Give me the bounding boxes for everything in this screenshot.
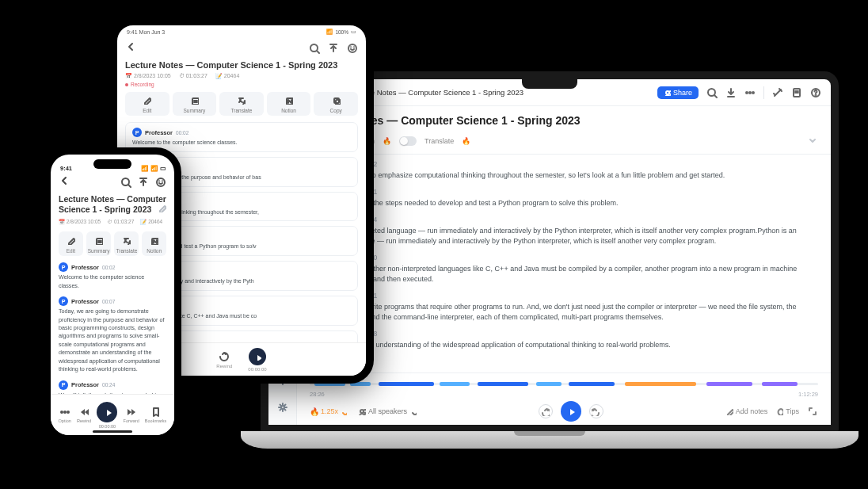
battery-icon: ▭	[351, 29, 356, 35]
tool-summary[interactable]: Summary	[86, 231, 112, 256]
option-button[interactable]: Option	[59, 407, 71, 423]
phone-device: 9:41 📶 📶 ▭ Lecture Notes — Computer Scie…	[44, 147, 181, 442]
speaker-name: Professor	[71, 298, 99, 305]
fire-icon: 🔥	[462, 137, 470, 145]
transcript-segment[interactable]: P Professor 00:07 Today, we are going to…	[59, 296, 166, 374]
back-button[interactable]	[125, 41, 136, 55]
breadcrumb-leaf[interactable]: Lecture Notes — Computer Science 1 - Spr…	[349, 88, 523, 97]
phone-title: Lecture Notes — Computer Science 1 - Spr…	[59, 194, 166, 215]
summary-icon	[94, 236, 103, 245]
transcript[interactable]: P Professor 00:02 Now We are going to em…	[297, 155, 831, 372]
play-time: 00:00:00	[99, 424, 116, 429]
timestamp[interactable]: 00:07	[102, 299, 115, 304]
phone-player: Option Rewind 00:00:00 Forward Bookmarks	[51, 394, 174, 435]
bookmarks-button[interactable]: Bookmarks	[145, 407, 167, 423]
note-icon[interactable]	[791, 87, 802, 98]
add-notes-button[interactable]: Add notes	[725, 407, 768, 415]
help-icon[interactable]	[810, 87, 821, 98]
download-icon[interactable]	[725, 87, 737, 98]
summary-icon	[190, 96, 199, 105]
share-button[interactable]: Share	[657, 86, 699, 99]
segment-text: Welcome to the computer science classes.	[132, 139, 351, 147]
tool-copy[interactable]: Copy	[314, 92, 358, 116]
search-icon[interactable]	[309, 43, 320, 54]
recording-status: Recording	[125, 82, 358, 87]
tool-translate[interactable]: Translate	[114, 231, 139, 256]
signal-icon: 📶	[141, 165, 148, 172]
segment-text: Welcome to the computer science classes.	[59, 273, 166, 290]
speaker-badge: P	[132, 128, 142, 137]
play-icon	[103, 407, 112, 416]
segment-text: In both cases, we write programs that re…	[310, 302, 818, 323]
forward-button[interactable]: Forward	[124, 407, 139, 423]
home-indicator[interactable]	[93, 430, 132, 433]
bookmark-icon	[150, 407, 161, 417]
share-icon[interactable]	[138, 177, 149, 188]
rewind-button[interactable]: Rewind	[77, 407, 91, 423]
play-button[interactable]	[97, 402, 117, 422]
chevron-down-icon	[807, 135, 818, 146]
topbar-search-icon[interactable]	[706, 87, 718, 98]
total-time: 1:12:29	[798, 391, 818, 398]
segment-text: Python is an interpreted language — run …	[310, 226, 818, 246]
rewind-icon	[219, 351, 230, 362]
back-button[interactable]	[59, 175, 70, 189]
transcript-segment[interactable]: P Professor 01:08 And demonstrate an und…	[310, 329, 818, 350]
transcript-segment[interactable]: P Professor 00:24 Python is an interpret…	[310, 215, 818, 246]
tool-summary[interactable]: Summary	[173, 92, 217, 116]
timestamp[interactable]: 00:24	[102, 382, 115, 388]
segment-text: Today, we are going to demonstrate profi…	[59, 308, 166, 374]
tool-translate[interactable]: Translate	[219, 92, 264, 116]
speaker-name: Professor	[145, 129, 173, 136]
tips-button[interactable]: Tips	[775, 407, 799, 415]
smile-icon[interactable]	[347, 43, 358, 54]
speakers-filter[interactable]: All speakers	[358, 407, 417, 415]
transcript-segment[interactable]: P Professor 00:40 Programs in some other…	[310, 253, 818, 285]
chevron-down-icon	[409, 408, 417, 415]
wifi-icon: 📶	[326, 29, 333, 35]
tool-notion[interactable]: Notion	[267, 92, 311, 116]
segment-text: Programs in some other non-interpreted l…	[310, 264, 818, 285]
copy-icon	[332, 96, 341, 105]
edit-icon	[143, 96, 151, 105]
segment-text: Now We are going to emphasize computatio…	[310, 170, 818, 181]
segment-text: We will talk through the steps needed to…	[310, 198, 818, 208]
play-button[interactable]	[561, 401, 581, 422]
timestamp[interactable]: 00:02	[176, 130, 188, 136]
wand-icon[interactable]	[772, 87, 783, 98]
transcript-segment[interactable]: P Professor 00:02 Now We are going to em…	[310, 159, 818, 181]
auto-correct-toggle[interactable]	[399, 136, 417, 146]
more-icon[interactable]	[744, 87, 756, 98]
tool-edit[interactable]: Edit	[125, 92, 169, 116]
speed-control[interactable]: 🔥 1.25x	[310, 407, 347, 416]
rewind-10-button[interactable]	[539, 404, 553, 418]
speaker-name: Professor	[71, 264, 99, 271]
rewind-button[interactable]: Rewind	[216, 351, 232, 369]
expand-button[interactable]	[807, 406, 818, 417]
translate-label[interactable]: Translate	[424, 137, 454, 145]
player-bar: 28:26 1:12:29 🔥 1.25x All speakers	[297, 372, 831, 425]
options-chevron[interactable]	[807, 135, 818, 147]
search-icon[interactable]	[120, 177, 131, 188]
timestamp[interactable]: 00:02	[102, 265, 115, 270]
users-icon	[358, 407, 366, 415]
speaker-name: Professor	[71, 381, 99, 388]
forward-10-button[interactable]	[589, 404, 603, 418]
fire-icon: 🔥	[383, 137, 391, 145]
transcript-segment[interactable]: P Professor 00:11 We will talk through t…	[310, 187, 818, 208]
tool-edit[interactable]: Edit	[59, 231, 83, 256]
timeline[interactable]	[310, 378, 818, 389]
gear-icon	[277, 402, 288, 413]
battery-pct: 100%	[335, 29, 348, 35]
tool-notion[interactable]: Notion	[142, 231, 166, 256]
smile-icon[interactable]	[155, 177, 166, 188]
share-icon[interactable]	[328, 43, 339, 54]
rewind-icon	[541, 407, 550, 416]
forward-icon	[592, 407, 600, 416]
nav-settings[interactable]	[273, 398, 292, 417]
edit-title-icon[interactable]	[158, 204, 166, 215]
play-button[interactable]	[249, 348, 266, 365]
transcript-segment[interactable]: P Professor 00:51 In both cases, we writ…	[310, 291, 818, 323]
tablet-status-bar: 9:41 Mon Jun 3 📶 100% ▭	[117, 25, 366, 38]
transcript-segment[interactable]: P Professor 00:02 Welcome to the compute…	[59, 262, 166, 290]
